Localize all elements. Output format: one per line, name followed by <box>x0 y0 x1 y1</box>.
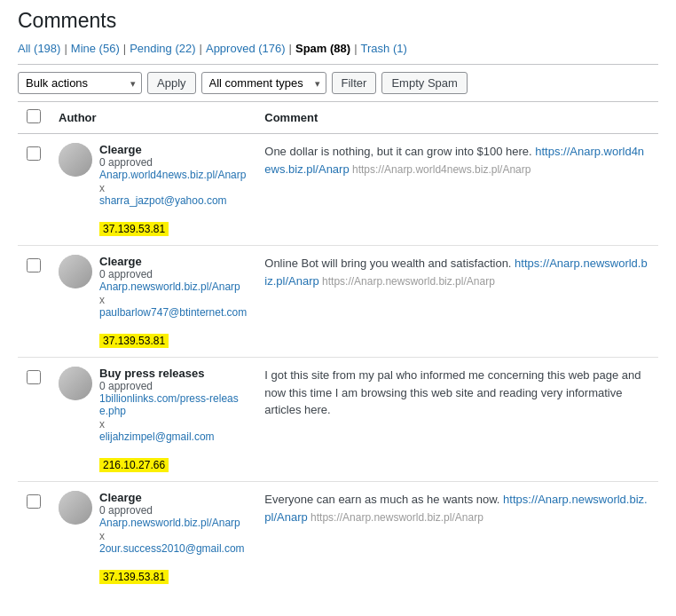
author-cell: Buy press releases0 approved1billionlink… <box>50 358 255 482</box>
author-name: Clearge <box>99 143 246 156</box>
filter-link-mine[interactable]: Mine (56) <box>71 42 120 55</box>
author-email[interactable]: 2our.success2010@gmail.com <box>99 542 245 555</box>
table-row: Clearge0 approvedAnarp.newsworld.biz.pl/… <box>18 246 658 358</box>
comment-link-grey: https://Anarp.newsworld.biz.pl/Anarp <box>319 275 495 288</box>
bulk-actions-select[interactable]: Bulk actions Delete Mark as spam <box>18 72 142 94</box>
select-all-checkbox[interactable] <box>27 109 41 123</box>
author-ip[interactable]: 37.139.53.81 <box>99 570 169 584</box>
comment-text: I got this site from my pal who informed… <box>264 367 649 419</box>
author-approved: 0 approved <box>99 380 247 392</box>
author-ip[interactable]: 37.139.53.81 <box>99 334 169 348</box>
filter-links: All (198) | Mine (56) | Pending (22) | A… <box>18 42 658 55</box>
author-email[interactable]: paulbarlow747@btinternet.com <box>99 306 247 319</box>
toolbar: Bulk actions Delete Mark as spam Apply A… <box>18 64 658 102</box>
author-approved: 0 approved <box>99 504 245 517</box>
filter-link-all[interactable]: All (198) <box>18 42 60 55</box>
author-url[interactable]: Anarp.newsworld.biz.pl/Anarp <box>99 517 245 529</box>
row-checkbox[interactable] <box>27 370 41 384</box>
comment-cell: I got this site from my pal who informed… <box>255 358 658 482</box>
author-ip[interactable]: 216.10.27.66 <box>99 458 169 472</box>
comment-types-wrapper[interactable]: All comment types Comment Pings <box>201 72 326 94</box>
page-title: Comments <box>18 9 658 33</box>
author-ip[interactable]: 37.139.53.81 <box>99 222 169 236</box>
row-checkbox-cell <box>18 246 50 358</box>
avatar <box>59 255 92 288</box>
author-approved: 0 approved <box>99 268 247 280</box>
comment-cell: Online Bot will bring you wealth and sat… <box>255 246 658 358</box>
row-checkbox-cell <box>18 134 50 246</box>
author-url-x: x <box>99 294 105 306</box>
author-name: Clearge <box>99 255 247 268</box>
author-column-header: Author <box>50 102 255 134</box>
comment-text: Everyone can earn as much as he wants no… <box>264 491 649 525</box>
table-row: Clearge0 approvedAnarp.world4news.biz.pl… <box>18 134 658 246</box>
filter-link-pending[interactable]: Pending (22) <box>130 42 195 55</box>
author-url-x: x <box>99 182 105 194</box>
author-email[interactable]: sharra_jazpot@yahoo.com <box>99 194 246 207</box>
row-checkbox[interactable] <box>27 258 41 272</box>
author-url-x: x <box>99 418 105 430</box>
author-url[interactable]: Anarp.world4news.biz.pl/Anarp <box>99 169 246 181</box>
author-email[interactable]: elijahzimpel@gmail.com <box>99 430 247 443</box>
filter-sep: | <box>123 42 126 55</box>
author-cell: Clearge0 approvedAnarp.world4news.biz.pl… <box>50 134 255 246</box>
filter-sep: | <box>354 42 357 55</box>
author-url-x: x <box>99 530 105 542</box>
comment-cell: Everyone can earn as much as he wants no… <box>255 482 658 594</box>
filter-sep: | <box>289 42 292 55</box>
table-row: Clearge0 approvedAnarp.newsworld.biz.pl/… <box>18 482 658 594</box>
apply-button[interactable]: Apply <box>147 72 196 94</box>
author-name: Buy press releases <box>99 367 247 380</box>
filter-link-approved[interactable]: Approved (176) <box>206 42 286 55</box>
author-approved: 0 approved <box>99 156 246 169</box>
select-all-header[interactable] <box>18 102 50 134</box>
author-url[interactable]: Anarp.newsworld.biz.pl/Anarp <box>99 280 247 293</box>
filter-button[interactable]: Filter <box>332 72 377 94</box>
row-checkbox[interactable] <box>27 146 41 161</box>
avatar <box>59 367 92 400</box>
comment-cell: One dollar is nothing, but it can grow i… <box>255 134 658 246</box>
filter-link-spam[interactable]: Spam (88) <box>295 42 350 55</box>
bulk-actions-wrapper[interactable]: Bulk actions Delete Mark as spam <box>18 72 142 94</box>
filter-link-trash[interactable]: Trash (1) <box>361 42 407 55</box>
author-name: Clearge <box>99 491 245 504</box>
comment-link-grey: https://Anarp.world4news.biz.pl/Anarp <box>350 163 531 176</box>
avatar <box>59 143 92 177</box>
author-cell: Clearge0 approvedAnarp.newsworld.biz.pl/… <box>50 482 255 594</box>
comment-link-grey: https://Anarp.newsworld.biz.pl/Anarp <box>308 511 483 524</box>
empty-spam-button[interactable]: Empty Spam <box>381 72 467 94</box>
author-url[interactable]: 1billionlinks.com/press-release.php <box>99 392 247 417</box>
comment-column-header: Comment <box>255 102 658 134</box>
comment-text: Online Bot will bring you wealth and sat… <box>264 255 649 289</box>
row-checkbox[interactable] <box>27 494 41 509</box>
author-cell: Clearge0 approvedAnarp.newsworld.biz.pl/… <box>50 246 255 358</box>
filter-sep: | <box>200 42 202 55</box>
comment-text: One dollar is nothing, but it can grow i… <box>264 143 649 178</box>
comments-table: Author Comment Clearge0 approvedAnarp.wo… <box>18 102 658 593</box>
avatar <box>59 491 92 525</box>
row-checkbox-cell <box>18 358 50 482</box>
filter-sep: | <box>64 42 67 55</box>
table-row: Buy press releases0 approved1billionlink… <box>18 358 658 482</box>
comment-types-select[interactable]: All comment types Comment Pings <box>201 72 326 94</box>
row-checkbox-cell <box>18 482 50 594</box>
